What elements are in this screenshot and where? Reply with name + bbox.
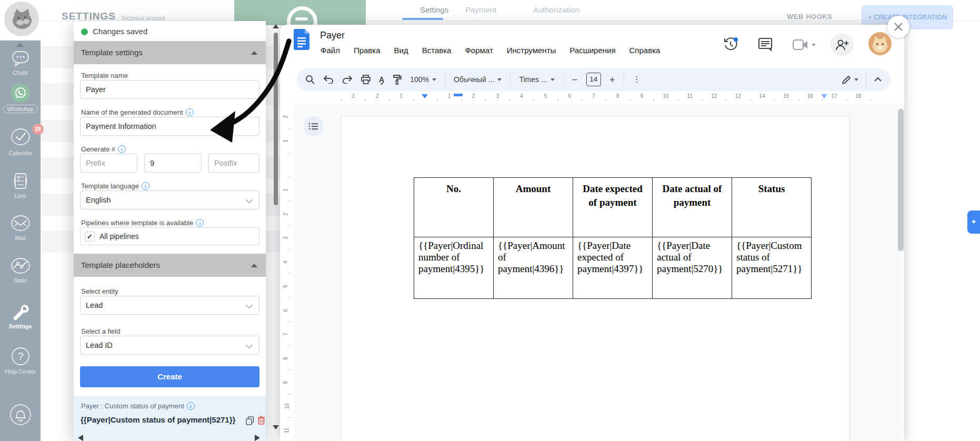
table-cell[interactable]: {{Payer|Date expected of payment|4397}} xyxy=(573,237,653,299)
trash-icon[interactable] xyxy=(257,416,265,425)
collapse-icon[interactable] xyxy=(251,264,257,267)
paint-format-icon[interactable] xyxy=(393,75,402,85)
table-cell[interactable]: {{Payer|Ordinal number of payment|4395}} xyxy=(414,237,494,299)
vertical-ruler[interactable]: 211234567891011 xyxy=(281,103,293,441)
undo-icon[interactable] xyxy=(323,75,334,84)
doc-name-input[interactable]: Payment Information xyxy=(80,117,259,136)
editing-mode-select[interactable] xyxy=(842,75,858,84)
decrease-font-size-button[interactable]: − xyxy=(572,75,578,85)
sidebar-scroll-up-icon[interactable] xyxy=(16,43,24,47)
table-header-cell[interactable]: Status xyxy=(732,178,812,237)
table-cell[interactable]: {{Payer|Custom status of payment|5271}} xyxy=(732,237,812,299)
menu-item[interactable]: Правка xyxy=(350,45,384,56)
tab-payment[interactable]: Payment xyxy=(465,5,496,14)
collapse-icon[interactable] xyxy=(251,51,257,55)
close-button[interactable] xyxy=(887,16,909,38)
chevron-down-icon xyxy=(246,342,253,348)
collapse-toolbar-icon[interactable] xyxy=(874,77,882,82)
field-select[interactable]: Lead ID xyxy=(80,336,259,355)
number-input[interactable]: 9 xyxy=(144,154,202,173)
menu-item[interactable]: Вставка xyxy=(418,45,455,56)
sidebar-item-chats[interactable]: Chats xyxy=(0,49,41,77)
menu-item[interactable]: Формат xyxy=(461,45,496,56)
docs-scrollbar-thumb[interactable] xyxy=(898,109,904,251)
print-icon[interactable] xyxy=(361,75,371,84)
paragraph-style-select[interactable]: Обычный ... xyxy=(454,75,502,84)
document-page[interactable]: No.AmountDate expected of paymentDate ac… xyxy=(341,116,850,441)
placeholder-table[interactable]: No.AmountDate expected of paymentDate ac… xyxy=(414,177,812,299)
info-icon[interactable]: i xyxy=(118,145,126,153)
zoom-select[interactable]: 100% xyxy=(410,75,436,84)
info-icon[interactable]: i xyxy=(196,219,204,227)
table-cell[interactable]: {{Payer|Date actual of payment|5270}} xyxy=(653,237,732,299)
redo-icon[interactable] xyxy=(342,75,353,84)
template-language-select[interactable]: English xyxy=(80,191,259,209)
checkbox-checked-icon[interactable]: ✓ xyxy=(85,232,95,242)
info-icon[interactable]: i xyxy=(186,108,194,116)
sidebar-item-whatsapp[interactable]: WhatsApp xyxy=(0,83,41,113)
version-history-icon[interactable] xyxy=(723,37,738,52)
create-button[interactable]: Create xyxy=(80,366,259,387)
comments-icon[interactable] xyxy=(758,37,773,52)
panel-scrollbar-up-icon[interactable] xyxy=(273,24,279,28)
sidebar-item-lists[interactable]: Lists xyxy=(0,172,41,200)
prefix-input[interactable]: Prefix xyxy=(80,154,137,173)
account-avatar[interactable] xyxy=(4,2,39,36)
document-outline-button[interactable] xyxy=(303,116,323,136)
sidebar-item-notifications[interactable] xyxy=(0,403,41,426)
search-icon[interactable] xyxy=(305,75,315,84)
video-call-icon xyxy=(793,39,808,51)
table-header-cell[interactable]: Date actual of payment xyxy=(653,178,732,237)
indent-marker-icon[interactable] xyxy=(422,94,428,98)
menu-item[interactable]: Расширения xyxy=(566,45,619,56)
ruler-tick xyxy=(437,99,438,101)
table-header-cell[interactable]: Amount xyxy=(494,178,573,237)
webhooks-link[interactable]: WEB HOOKS xyxy=(787,13,832,21)
margin-marker-icon[interactable] xyxy=(454,94,463,96)
video-call-control[interactable] xyxy=(793,39,816,51)
ai-side-button[interactable]: ✦ xyxy=(967,211,980,234)
table-header-cell[interactable]: Date expected of payment xyxy=(573,178,653,237)
panel-scrollbar-down-icon[interactable] xyxy=(273,425,279,429)
spellcheck-icon[interactable]: A✓ xyxy=(379,75,384,84)
entity-select[interactable]: Lead xyxy=(80,296,259,315)
sidebar-item-settings[interactable]: Settings xyxy=(0,303,41,330)
menu-item[interactable]: Вид xyxy=(391,45,412,56)
increase-font-size-button[interactable]: + xyxy=(609,75,615,85)
copy-icon[interactable] xyxy=(246,416,254,425)
sidebar-item-help-center[interactable]: ? Help Center xyxy=(0,346,41,376)
section-template-placeholders[interactable]: Template placeholders xyxy=(74,254,266,277)
sidebar-item-label: Help Center xyxy=(5,368,36,375)
table-cell[interactable]: {{Payer|Amount of payment|4396}} xyxy=(494,237,573,299)
menu-item[interactable]: Справка xyxy=(626,45,664,56)
menu-item[interactable]: Инструменты xyxy=(503,45,560,56)
integration-logo-icon-bar xyxy=(295,17,308,21)
panel-scrollbar-thumb[interactable] xyxy=(274,33,278,205)
user-avatar[interactable] xyxy=(868,32,892,55)
font-family-select[interactable]: Times ... xyxy=(519,75,554,84)
tab-settings[interactable]: Settings xyxy=(420,5,448,14)
panel-scroll-right-icon[interactable] xyxy=(255,435,260,441)
section-title: Template settings xyxy=(81,48,143,57)
info-icon[interactable]: i xyxy=(187,402,195,410)
section-template-settings[interactable]: Template settings xyxy=(74,41,266,64)
toolbar-divider xyxy=(445,73,445,86)
sidebar-item-calendar[interactable]: 29 Calendar xyxy=(0,127,41,156)
horizontal-ruler[interactable]: 321123456789101112131415161718 xyxy=(294,92,899,103)
share-button[interactable] xyxy=(831,33,854,56)
table-header-cell[interactable]: No. xyxy=(414,178,494,237)
info-icon[interactable]: i xyxy=(142,182,149,190)
all-pipelines-option[interactable]: ✓ All pipelines xyxy=(80,227,259,245)
more-options-icon[interactable]: ⋮ xyxy=(633,75,641,84)
sidebar-item-mail[interactable]: Mail xyxy=(0,214,41,242)
panel-scroll-left-icon[interactable] xyxy=(78,435,83,441)
template-name-value: Payer xyxy=(86,85,106,94)
sidebar-item-stats[interactable]: Stats xyxy=(0,256,41,285)
tab-authorization[interactable]: Authorization xyxy=(533,5,579,14)
right-indent-marker-icon[interactable] xyxy=(821,94,827,98)
postfix-input[interactable]: Postfix xyxy=(208,154,259,173)
document-title[interactable]: Payer xyxy=(320,30,345,41)
menu-item[interactable]: Файл xyxy=(317,45,344,56)
font-size-input[interactable]: 14 xyxy=(586,73,601,86)
template-name-input[interactable]: Payer xyxy=(80,80,259,99)
